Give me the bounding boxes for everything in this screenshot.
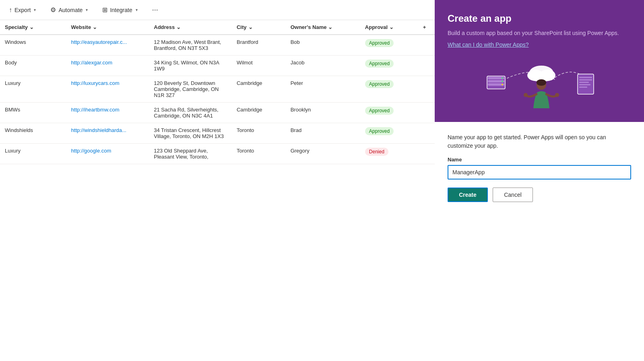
cell-address: 120 Beverly St, Downtown Cambridge, Camb… [149,76,232,103]
cell-city: Brantford [232,35,286,56]
col-website[interactable]: Website ⌄ [66,20,149,35]
cell-website[interactable]: http://luxurycars.com [66,76,149,103]
cell-extra [418,56,435,76]
table-header-row: Specialty ⌄ Website ⌄ Address ⌄ [0,20,435,35]
create-button[interactable]: Create [448,188,488,202]
cell-specialty: Windshields [0,123,66,144]
approval-badge: Approved [365,39,394,47]
cell-city: Cambridge [232,103,286,123]
export-button[interactable]: ↑ Export ▾ [6,5,38,15]
col-website-label: Website [71,24,91,30]
approval-badge: Approved [365,60,394,68]
svg-point-5 [502,80,503,82]
website-link[interactable]: http://luxurycars.com [71,80,120,86]
illustration [448,48,631,112]
side-panel: Create an app Build a custom app based o… [435,0,644,361]
col-owner-label: Owner's Name [291,24,327,30]
table-row: Luxury http://luxurycars.com 120 Beverly… [0,76,435,103]
panel-top: Create an app Build a custom app based o… [435,0,644,122]
col-address-label: Address [154,24,175,30]
cell-owner: Brooklyn [286,103,360,123]
approval-badge: Approved [365,80,394,88]
automate-label: Automate [58,7,83,13]
data-table: Specialty ⌄ Website ⌄ Address ⌄ [0,20,435,164]
automate-chevron: ▾ [86,8,88,12]
panel-bottom: Name your app to get started. Power Apps… [435,122,644,361]
cell-extra [418,144,435,164]
cell-address: 123 Old Sheppard Ave, Pleasant View, Tor… [149,144,232,164]
cell-website[interactable]: http://windshieldharda... [66,123,149,144]
cell-owner: Gregory [286,144,360,164]
svg-point-20 [555,93,559,97]
svg-rect-15 [579,84,590,85]
col-extra: + [418,20,435,35]
panel-link[interactable]: What can I do with Power Apps? [448,41,529,48]
approval-badge: Approved [365,127,394,135]
approval-badge: Denied [365,148,388,156]
website-link[interactable]: http://iheartbmw.com [71,107,120,113]
website-link[interactable]: http://windshieldharda... [71,127,126,133]
website-link[interactable]: http://easyautorepair.c... [71,39,127,45]
app-name-input[interactable] [448,165,631,179]
cell-approval: Approved [360,123,418,144]
cell-website[interactable]: http://easyautorepair.c... [66,35,149,56]
main-content: ↑ Export ▾ ⚙ Automate ▾ ⊞ Integrate ▾ ··… [0,0,435,361]
cell-approval: Approved [360,56,418,76]
svg-point-6 [502,84,503,85]
name-field-group: Name [448,157,631,179]
col-owner[interactable]: Owner's Name ⌄ [286,20,360,35]
table-row: Body http://alexgar.com 34 King St, Wilm… [0,56,435,76]
col-address-sort-icon: ⌄ [176,24,181,30]
col-address[interactable]: Address ⌄ [149,20,232,35]
col-owner-sort-icon: ⌄ [328,24,332,30]
col-website-sort-icon: ⌄ [93,24,97,30]
automate-icon: ⚙ [50,6,56,14]
col-approval-sort-icon: ⌄ [389,24,394,30]
cell-specialty: Luxury [0,76,66,103]
col-approval-label: Approval [365,24,388,30]
cell-address: 12 Madison Ave, West Brant, Brantford, O… [149,35,232,56]
more-options-button[interactable]: ··· [150,4,161,16]
export-chevron: ▾ [34,8,36,12]
integrate-label: Integrate [110,7,132,13]
table-row: BMWs http://iheartbmw.com 21 Sacha Rd, S… [0,103,435,123]
cancel-button[interactable]: Cancel [493,188,533,202]
panel-bottom-description: Name your app to get started. Power Apps… [448,133,631,150]
illustration-svg [479,56,600,112]
integrate-chevron: ▾ [136,8,138,12]
col-specialty-sort-icon: ⌄ [29,24,34,30]
cell-owner: Jacob [286,56,360,76]
svg-point-18 [537,79,546,86]
panel-description: Build a custom app based on your SharePo… [448,29,631,37]
export-label: Export [14,7,31,13]
integrate-button[interactable]: ⊞ Integrate ▾ [100,4,140,15]
cell-extra [418,123,435,144]
cell-address: 34 King St, Wilmot, ON N3A 1W9 [149,56,232,76]
svg-rect-13 [579,79,592,80]
website-link[interactable]: http://alexgar.com [71,60,113,66]
automate-button[interactable]: ⚙ Automate ▾ [48,4,90,15]
approval-badge: Approved [365,107,394,115]
cell-website[interactable]: http://google.com [66,144,149,164]
table-row: Luxury http://google.com 123 Old Sheppar… [0,144,435,164]
cell-extra [418,35,435,56]
cell-address: 21 Sacha Rd, Silverheights, Cambridge, O… [149,103,232,123]
col-approval[interactable]: Approval ⌄ [360,20,418,35]
cell-specialty: Luxury [0,144,66,164]
cell-website[interactable]: http://iheartbmw.com [66,103,149,123]
cell-owner: Brad [286,123,360,144]
cell-approval: Approved [360,35,418,56]
svg-rect-12 [579,77,592,78]
col-specialty[interactable]: Specialty ⌄ [0,20,66,35]
panel-title: Create an app [448,13,631,24]
panel-buttons: Create Cancel [448,188,631,202]
table-area: Specialty ⌄ Website ⌄ Address ⌄ [0,20,435,361]
table-row: Windows http://easyautorepair.c... 12 Ma… [0,35,435,56]
cell-extra [418,103,435,123]
cell-specialty: Body [0,56,66,76]
website-link[interactable]: http://google.com [71,148,111,154]
svg-rect-16 [579,87,587,88]
cell-city: Cambridge [232,76,286,103]
col-city[interactable]: City ⌄ [232,20,286,35]
cell-website[interactable]: http://alexgar.com [66,56,149,76]
